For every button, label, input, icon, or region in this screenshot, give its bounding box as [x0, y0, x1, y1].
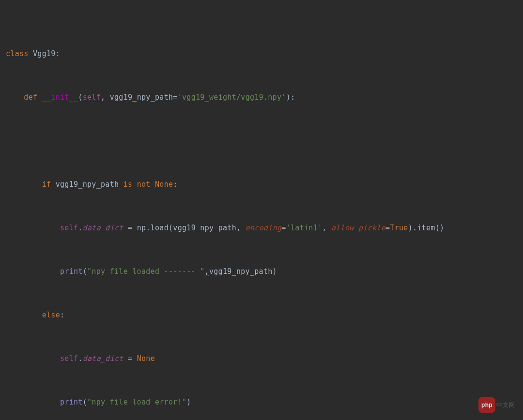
code-line[interactable]: self.data_dict = None: [0, 351, 523, 366]
keyword-class: class: [6, 49, 29, 58]
code-line[interactable]: print("npy file load error!"): [0, 395, 523, 409]
function-name: __init__: [42, 93, 78, 102]
code-line[interactable]: print("npy file loaded ------- ",vgg19_n…: [0, 264, 523, 279]
code-line[interactable]: def __init__(self, vgg19_npy_path='vgg19…: [0, 90, 523, 105]
self-param: self: [83, 93, 101, 102]
keyword-if: if: [42, 180, 51, 189]
keyword-def: def: [24, 93, 37, 102]
code-line[interactable]: class Vgg19:: [0, 46, 523, 61]
code-line[interactable]: [0, 134, 523, 148]
code-area[interactable]: class Vgg19: def __init__(self, vgg19_np…: [0, 17, 523, 420]
watermark-pill: php: [478, 397, 495, 413]
code-line[interactable]: else:: [0, 308, 523, 322]
watermark: php 中文网: [478, 397, 515, 413]
code-line[interactable]: self.data_dict = np.load(vgg19_npy_path,…: [0, 221, 523, 235]
watermark-text: 中文网: [496, 398, 515, 412]
print-builtin: print: [60, 267, 83, 276]
code-editor[interactable]: class Vgg19: def __init__(self, vgg19_np…: [0, 0, 523, 420]
keyword-else: else: [42, 311, 60, 319]
class-name: Vgg19: [33, 49, 56, 58]
code-line[interactable]: if vgg19_npy_path is not None:: [0, 177, 523, 192]
